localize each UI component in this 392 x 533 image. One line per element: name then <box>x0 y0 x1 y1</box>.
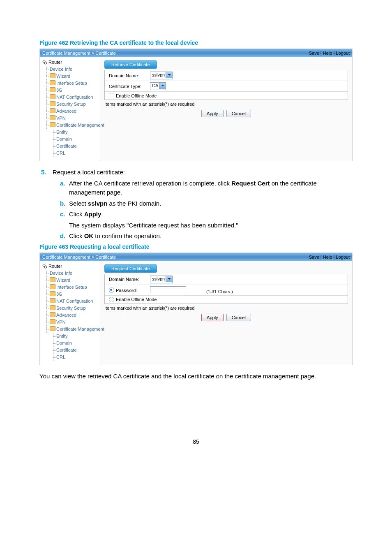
folder-icon <box>50 291 55 296</box>
tree-nat-config[interactable]: NAT Configuration <box>42 94 100 101</box>
svg-point-3 <box>44 266 47 268</box>
tree-crl[interactable]: CRL <box>42 150 100 157</box>
content-pane: Request Certificate Domain Name: sslvpn … <box>100 261 352 365</box>
tree-3g[interactable]: 3G <box>42 87 100 94</box>
tree-3g[interactable]: 3G <box>42 291 100 298</box>
tree-item-label: 3G <box>56 88 62 93</box>
tree-wizard[interactable]: Wizard <box>42 277 100 284</box>
tree-root[interactable]: Router <box>42 263 100 270</box>
svg-point-1 <box>44 62 47 64</box>
bold-text: Apply <box>84 211 101 218</box>
tree-item-label: Device Info <box>50 67 72 72</box>
text: Select <box>69 200 88 207</box>
tree-certificate[interactable]: Certificate <box>42 347 100 354</box>
bold-text: sslvpn <box>88 200 108 207</box>
offline-mode-label: Enable Offline Mode <box>116 93 157 98</box>
sub-letter-b: b. <box>60 199 69 209</box>
tree-item-label: Advanced <box>56 313 76 317</box>
tree-item-label: VPN <box>56 320 66 324</box>
tree-entity[interactable]: Entity <box>42 333 100 340</box>
password-radio[interactable] <box>109 287 114 293</box>
tree-item-label: Device Info <box>50 271 72 276</box>
form-box: Domain Name: sslvpn Certificate Type: CA… <box>104 70 348 100</box>
tree-item-label: NAT Configuration <box>56 299 93 304</box>
tree-wizard[interactable]: Wizard <box>42 73 100 80</box>
offline-mode-label: Enable Offline Mode <box>116 297 157 302</box>
breadcrumb-text: Certificate Management > Certificate <box>42 255 116 260</box>
tree-root[interactable]: Router <box>42 59 100 66</box>
save-link[interactable]: Save <box>309 255 319 260</box>
tree-cert-mgmt[interactable]: Certificate Management <box>42 122 100 129</box>
bold-text: OK <box>84 232 94 239</box>
apply-button[interactable]: Apply <box>201 314 224 321</box>
tree-item-label: Certificate Management <box>56 123 104 127</box>
text: Click <box>69 211 84 218</box>
tab-request-certificate[interactable]: Request Certificate <box>104 264 157 273</box>
offline-mode-checkbox[interactable] <box>109 93 114 98</box>
tree-interface-setup[interactable]: Interface Setup <box>42 284 100 291</box>
sub-text-b: Select sslvpn as the PKI domain. <box>69 199 161 209</box>
tree-nat-config[interactable]: NAT Configuration <box>42 298 100 305</box>
tree-item-label: 3G <box>56 292 62 297</box>
tree-device-info[interactable]: Device Info <box>42 270 100 277</box>
help-link[interactable]: Help <box>323 51 332 56</box>
apply-button[interactable]: Apply <box>201 110 224 117</box>
tree-advanced[interactable]: Advanced <box>42 312 100 319</box>
folder-icon <box>50 284 55 289</box>
tree-crl[interactable]: CRL <box>42 354 100 361</box>
folder-icon <box>50 312 55 317</box>
domain-name-select[interactable]: sslvpn <box>150 72 173 79</box>
tree-vpn[interactable]: VPN <box>42 115 100 122</box>
save-link[interactable]: Save <box>309 51 319 56</box>
tree-item-label: Entity <box>56 334 68 338</box>
folder-icon <box>50 277 55 282</box>
logout-link[interactable]: Logout <box>336 51 350 56</box>
folder-icon <box>50 305 55 310</box>
tree-domain[interactable]: Domain <box>42 340 100 347</box>
sub-letter-d: d. <box>60 232 69 241</box>
tree-root-label: Router <box>48 60 62 65</box>
tree-certificate[interactable]: Certificate <box>42 143 100 150</box>
tree-security-setup[interactable]: Security Setup <box>42 305 100 312</box>
bold-text: Request Cert <box>231 180 270 187</box>
offline-mode-radio[interactable] <box>109 297 114 302</box>
folder-icon <box>50 319 55 324</box>
domain-name-label: Domain Name: <box>109 73 150 78</box>
required-note: Items marked with an asterisk(*) are req… <box>104 100 348 107</box>
cert-type-label: Certificate Type: <box>109 84 150 89</box>
tree-advanced[interactable]: Advanced <box>42 108 100 115</box>
tree-domain[interactable]: Domain <box>42 136 100 143</box>
tree-item-label: CRL <box>56 355 65 359</box>
tree-device-info[interactable]: Device Info <box>42 66 100 73</box>
help-link[interactable]: Help <box>323 255 332 260</box>
domain-name-select[interactable]: sslvpn <box>150 276 173 283</box>
tree-item-label: Certificate <box>56 144 77 148</box>
tree-item-label: Entity <box>56 130 68 134</box>
tree-entity[interactable]: Entity <box>42 129 100 136</box>
folder-icon <box>50 101 55 106</box>
spacer <box>60 221 69 230</box>
tab-retrieve-certificate[interactable]: Retrieve Certificate <box>104 60 157 69</box>
tree-cert-mgmt[interactable]: Certificate Management <box>42 326 100 333</box>
cancel-button[interactable]: Cancel <box>226 314 251 321</box>
password-input[interactable] <box>150 286 186 293</box>
cert-type-select[interactable]: CA <box>150 82 166 90</box>
tree-item-label: Wizard <box>56 278 70 283</box>
select-value: sslvpn <box>152 72 165 77</box>
cancel-button[interactable]: Cancel <box>226 110 251 117</box>
screenshot-request-certificate: Certificate Management > Certificate Sav… <box>39 253 353 365</box>
tree-item-label: Interface Setup <box>56 81 87 86</box>
chevron-down-icon <box>166 72 172 78</box>
folder-icon <box>50 115 55 120</box>
breadcrumb-bar: Certificate Management > Certificate Sav… <box>40 49 352 57</box>
logout-link[interactable]: Logout <box>336 255 350 260</box>
tree-item-label: Wizard <box>56 74 70 79</box>
folder-icon <box>50 87 55 92</box>
nav-tree: Router Device Info Wizard Interface Setu… <box>40 57 100 161</box>
tree-interface-setup[interactable]: Interface Setup <box>42 80 100 87</box>
tree-security-setup[interactable]: Security Setup <box>42 101 100 108</box>
required-note: Items marked with an asterisk(*) are req… <box>104 304 348 311</box>
tree-vpn[interactable]: VPN <box>42 319 100 326</box>
tree-root-label: Router <box>48 264 62 269</box>
select-value: CA <box>152 83 158 88</box>
